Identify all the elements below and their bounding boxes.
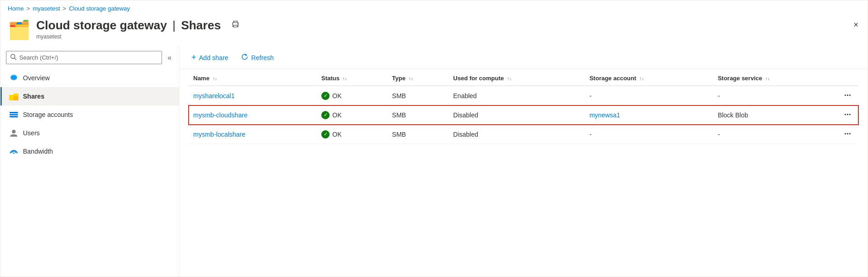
cell-type: SMB [387, 86, 448, 105]
sidebar-item-overview-label: Overview [23, 74, 50, 82]
cell-storage-service: Block Blob [713, 105, 837, 125]
col-header-type[interactable]: Type ↑↓ [387, 69, 448, 86]
sidebar-item-overview[interactable]: Overview [0, 69, 179, 87]
resource-name: Cloud storage gateway [36, 18, 167, 33]
svg-rect-1 [234, 25, 237, 27]
table-container: Name ↑↓ Status ↑↓ Type ↑↓ [179, 69, 868, 277]
breadcrumb-current[interactable]: Cloud storage gateway [69, 5, 130, 12]
search-icon [10, 54, 17, 61]
status-text: OK [332, 111, 342, 119]
add-icon: + [191, 53, 196, 62]
cell-status: ✓ OK [317, 125, 387, 144]
col-header-used-for-compute[interactable]: Used for compute ↑↓ [448, 69, 585, 86]
status-text: OK [332, 92, 342, 100]
sort-icon-compute: ↑↓ [507, 76, 511, 81]
status-check-icon: ✓ [321, 92, 330, 100]
breadcrumb-myasetest[interactable]: myasetest [33, 5, 60, 12]
cell-used-for-compute: Enabled [448, 86, 585, 105]
col-header-storage-service[interactable]: Storage service ↑↓ [713, 69, 837, 86]
svg-point-6 [11, 75, 17, 79]
header-title: Cloud storage gateway | Shares [36, 18, 240, 33]
cell-storage-service: - [713, 86, 837, 105]
search-box[interactable]: Search (Ctrl+/) [6, 51, 162, 64]
status-text: OK [332, 131, 342, 138]
breadcrumb-sep2: > [63, 5, 67, 12]
header-subtitle: myasetest [36, 33, 240, 40]
cell-storage-service: - [713, 125, 837, 144]
svg-line-4 [15, 58, 17, 60]
more-actions-button[interactable]: ··· [841, 90, 854, 101]
table-row[interactable]: mysmb-cloudshare ✓ OK SMBDisabledmynewsa… [189, 105, 858, 125]
col-header-actions [837, 69, 858, 86]
more-actions-button[interactable]: ··· [841, 128, 854, 139]
users-icon [9, 128, 18, 138]
shares-table: Name ↑↓ Status ↑↓ Type ↑↓ [189, 69, 858, 144]
sort-icon-status: ↑↓ [342, 76, 347, 81]
main-layout: Search (Ctrl+/) « Overview [0, 46, 868, 277]
storage-accounts-icon [9, 110, 18, 119]
page-wrapper: Home > myasetest > Cloud storage gateway… [0, 0, 868, 277]
cell-more: ··· [837, 105, 858, 125]
cell-storage-account: - [585, 125, 713, 144]
storage-account-link[interactable]: mynewsa1 [589, 111, 620, 119]
svg-rect-11 [10, 116, 18, 117]
toolbar: + Add share Refresh [179, 46, 868, 69]
share-name-link[interactable]: mysharelocal1 [193, 92, 235, 100]
collapse-button[interactable]: « [166, 52, 174, 64]
svg-point-12 [12, 130, 16, 133]
sort-icon-storage-service: ↑↓ [765, 76, 770, 81]
status-check-icon: ✓ [321, 111, 330, 119]
svg-rect-10 [10, 114, 18, 116]
cell-used-for-compute: Disabled [448, 125, 585, 144]
sort-icon-type: ↑↓ [409, 76, 413, 81]
sidebar-item-storage-accounts[interactable]: Storage accounts [0, 105, 179, 124]
svg-point-13 [13, 153, 15, 154]
header: 🗂️ Cloud storage gateway | Shares myaset… [0, 15, 868, 46]
header-section: Shares [181, 18, 221, 33]
cell-name: mysharelocal1 [189, 86, 317, 105]
bandwidth-icon [9, 147, 18, 156]
content-area: + Add share Refresh [179, 46, 868, 277]
sort-icon-storage-account: ↑↓ [639, 76, 644, 81]
cell-used-for-compute: Disabled [448, 105, 585, 125]
cell-name: mysmb-localshare [189, 125, 317, 144]
sidebar-item-shares-label: Shares [23, 93, 45, 100]
cell-name: mysmb-cloudshare [189, 105, 317, 125]
cell-more: ··· [837, 86, 858, 105]
sidebar-item-bandwidth-label: Bandwidth [23, 148, 53, 155]
refresh-button[interactable]: Refresh [238, 51, 276, 64]
cell-type: SMB [387, 125, 448, 144]
sidebar-item-storage-accounts-label: Storage accounts [23, 111, 73, 118]
cell-storage-account: mynewsa1 [585, 105, 713, 125]
col-header-name[interactable]: Name ↑↓ [189, 69, 317, 86]
sidebar: Search (Ctrl+/) « Overview [0, 46, 179, 277]
share-name-link[interactable]: mysmb-cloudshare [193, 111, 247, 119]
search-container: Search (Ctrl+/) « [0, 46, 179, 69]
print-icon[interactable] [231, 20, 240, 31]
shares-icon [9, 92, 18, 101]
table-row[interactable]: mysharelocal1 ✓ OK SMBEnabled--··· [189, 86, 858, 105]
overview-icon [9, 73, 18, 83]
svg-rect-9 [10, 112, 18, 113]
sidebar-item-bandwidth[interactable]: Bandwidth [0, 142, 179, 161]
table-header-row: Name ↑↓ Status ↑↓ Type ↑↓ [189, 69, 858, 86]
header-title-group: Cloud storage gateway | Shares myasetest [36, 18, 240, 40]
share-name-link[interactable]: mysmb-localshare [193, 131, 246, 138]
resource-icon: 🗂️ [8, 19, 31, 41]
cell-status: ✓ OK [317, 86, 387, 105]
search-placeholder: Search (Ctrl+/) [19, 54, 58, 61]
table-row[interactable]: mysmb-localshare ✓ OK SMBDisabled--··· [189, 125, 858, 144]
breadcrumb-home[interactable]: Home [8, 5, 24, 12]
cell-status: ✓ OK [317, 105, 387, 125]
col-header-status[interactable]: Status ↑↓ [317, 69, 387, 86]
svg-point-2 [237, 23, 238, 24]
sidebar-item-users[interactable]: Users [0, 124, 179, 142]
header-pipe: | [173, 18, 176, 33]
col-header-storage-account[interactable]: Storage account ↑↓ [585, 69, 713, 86]
more-actions-button[interactable]: ··· [841, 109, 854, 120]
breadcrumb-sep1: > [27, 5, 30, 12]
status-check-icon: ✓ [321, 130, 330, 138]
sidebar-item-shares[interactable]: Shares [0, 87, 179, 105]
add-share-button[interactable]: + Add share [189, 51, 231, 64]
close-button[interactable]: × [851, 18, 860, 32]
